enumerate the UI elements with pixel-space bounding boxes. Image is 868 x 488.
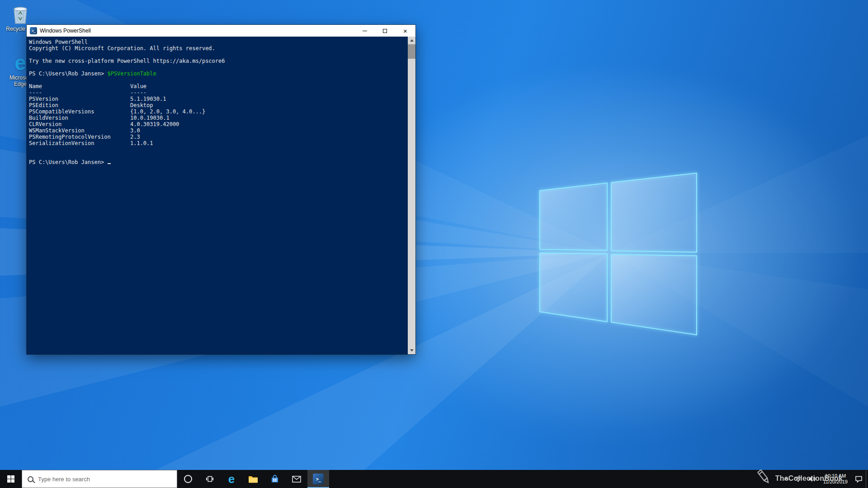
- show-desktop-button[interactable]: [866, 470, 868, 488]
- clock-time: 10:10 AM: [825, 473, 846, 479]
- search-icon: [28, 476, 33, 482]
- console-scrollbar[interactable]: [408, 37, 415, 354]
- console-line: PSEdition Desktop: [29, 102, 408, 108]
- minimize-button[interactable]: [354, 25, 375, 37]
- console-command: $PSVersionTable: [107, 70, 156, 77]
- scroll-up-icon: [410, 39, 414, 42]
- chevron-up-icon: [784, 477, 788, 482]
- console-line: Name Value: [29, 83, 408, 89]
- taskbar: Type here to search e: [0, 470, 868, 488]
- desktop: Recycle Bin e Microsoft Edge >_ Windows …: [0, 0, 868, 488]
- minimize-icon: [363, 31, 367, 31]
- scroll-down-icon: [410, 349, 414, 352]
- mail-icon: [292, 476, 301, 483]
- taskbar-mail-button[interactable]: [286, 470, 307, 488]
- console-line: PS C:\Users\Rob Jansen>: [29, 159, 408, 165]
- maximize-button[interactable]: [375, 25, 395, 37]
- powershell-window: >_ Windows PowerShell × Windows PowerShe…: [27, 25, 415, 354]
- volume-button[interactable]: [805, 470, 819, 488]
- microsoft-store-icon: [270, 474, 279, 483]
- taskbar-file-explorer-button[interactable]: [242, 470, 264, 488]
- windows-logo-wallpaper: [540, 173, 697, 335]
- scroll-up-button[interactable]: [408, 37, 415, 44]
- taskbar-powershell-button[interactable]: >_: [307, 470, 329, 488]
- console-line: PSVersion 5.1.19030.1: [29, 96, 408, 102]
- close-button[interactable]: ×: [395, 25, 415, 37]
- console-line: PS C:\Users\Rob Jansen> $PSVersionTable: [29, 70, 408, 77]
- scroll-down-button[interactable]: [408, 347, 415, 354]
- action-center-icon: [855, 475, 863, 483]
- system-tray: 10:10 AM 11/20/2019: [782, 470, 868, 488]
- maximize-icon: [383, 29, 387, 33]
- console-area: Windows PowerShellCopyright (C) Microsof…: [27, 37, 415, 354]
- edge-icon: e: [14, 52, 26, 73]
- logo-glow: [341, 59, 868, 447]
- console-line: PSRemotingProtocolVersion 2.3: [29, 134, 408, 140]
- clock-date: 11/20/2019: [823, 479, 848, 485]
- titlebar[interactable]: >_ Windows PowerShell ×: [27, 25, 415, 37]
- cortana-icon: [184, 475, 192, 483]
- hidden-icons-button[interactable]: [782, 470, 791, 488]
- console-line: Try the new cross-platform PowerShell ht…: [29, 58, 408, 64]
- console-line: [29, 64, 408, 70]
- task-view-icon: [206, 475, 214, 483]
- console-line: [29, 146, 408, 153]
- console-line: [29, 77, 408, 83]
- powershell-icon: >_: [313, 474, 324, 484]
- console-line: Windows PowerShell: [29, 39, 408, 45]
- console-line: ---- -----: [29, 89, 408, 96]
- taskbar-store-button[interactable]: [264, 470, 286, 488]
- console-line: [29, 52, 408, 58]
- volume-icon: [808, 476, 816, 482]
- close-icon: ×: [403, 28, 407, 34]
- task-view-button[interactable]: [199, 470, 221, 488]
- console-line: CLRVersion 4.0.30319.42000: [29, 121, 408, 127]
- edge-icon: e: [228, 473, 235, 485]
- taskbar-edge-button[interactable]: e: [221, 470, 242, 488]
- window-title: Windows PowerShell: [40, 28, 354, 34]
- console-line: [29, 153, 408, 159]
- action-center-button[interactable]: [852, 470, 866, 488]
- console-line: Copyright (C) Microsoft Corporation. All…: [29, 45, 408, 52]
- taskbar-search-box[interactable]: Type here to search: [22, 470, 177, 488]
- console-line: PSCompatibleVersions {1.0, 2.0, 3.0, 4.0…: [29, 108, 408, 115]
- cortana-button[interactable]: [177, 470, 199, 488]
- recycle-bin-icon: [11, 4, 30, 24]
- search-placeholder: Type here to search: [38, 476, 90, 483]
- console-line: BuildVersion 10.0.19030.1: [29, 115, 408, 121]
- console-line: SerializationVersion 1.1.0.1: [29, 140, 408, 146]
- start-button[interactable]: [0, 470, 22, 488]
- network-icon: [794, 476, 802, 482]
- console-output[interactable]: Windows PowerShellCopyright (C) Microsof…: [27, 37, 408, 354]
- file-explorer-icon: [248, 475, 258, 483]
- window-controls: ×: [354, 25, 415, 37]
- console-cursor: [108, 163, 111, 164]
- windows-start-icon: [7, 475, 14, 483]
- powershell-window-icon: >_: [30, 27, 37, 34]
- network-button[interactable]: [791, 470, 805, 488]
- taskbar-clock[interactable]: 10:10 AM 11/20/2019: [819, 470, 852, 488]
- scrollbar-thumb[interactable]: [408, 44, 415, 59]
- console-line: WSManStackVersion 3.0: [29, 127, 408, 134]
